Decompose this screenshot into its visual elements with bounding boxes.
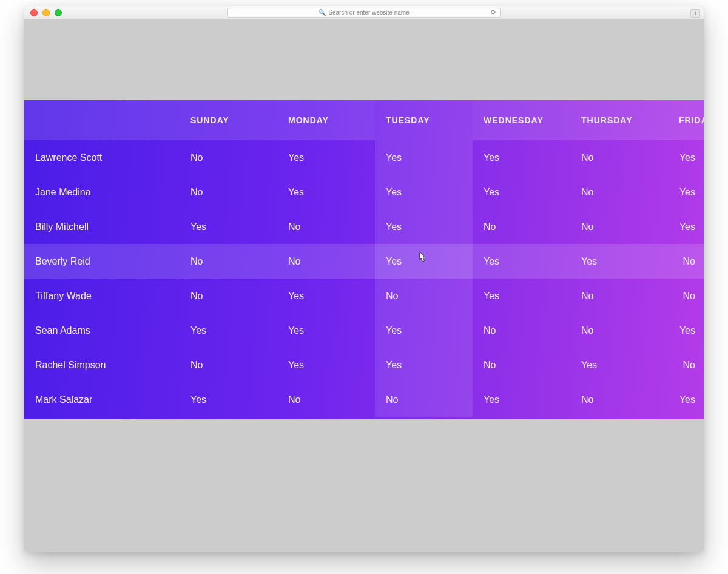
row-name-cell: Jane Medina (24, 175, 180, 209)
row-day-cell: Yes (375, 244, 473, 279)
table-header-name (24, 100, 180, 140)
new-tab-button[interactable]: + (690, 9, 700, 18)
table-header-day: MONDAY (277, 100, 375, 140)
row-day-cell: No (570, 140, 668, 175)
window-controls (30, 9, 62, 16)
row-day-cell: No (375, 382, 473, 417)
close-window-button[interactable] (30, 9, 38, 16)
row-day-cell: Yes (277, 279, 375, 313)
maximize-window-button[interactable] (55, 9, 62, 16)
row-day-cell: Yes (180, 209, 277, 244)
schedule-table-container: SUNDAYMONDAYTUESDAYWEDNESDAYTHURSDAYFRID… (24, 100, 704, 419)
row-day-cell: No (570, 279, 668, 313)
row-day-cell: Yes (277, 175, 375, 209)
row-day-cell: Yes (180, 382, 277, 417)
row-day-cell: Yes (375, 313, 473, 348)
row-day-cell: Yes (277, 348, 375, 382)
row-day-cell: Yes (375, 348, 473, 382)
row-day-cell: Yes (473, 244, 570, 279)
table-row[interactable]: Jane MedinaNoYesYesYesNoYes (24, 175, 704, 209)
browser-titlebar: 🔍 Search or enter website name ⟳ + (24, 6, 704, 19)
row-day-cell: Yes (473, 382, 570, 417)
row-day-cell: No (473, 348, 570, 382)
row-day-cell: Yes (668, 382, 704, 417)
row-day-cell: No (277, 244, 375, 279)
search-icon: 🔍 (318, 9, 326, 16)
row-day-cell: No (570, 175, 668, 209)
row-day-cell: No (473, 209, 570, 244)
row-day-cell: Yes (668, 209, 704, 244)
table-header-day: WEDNESDAY (473, 100, 570, 140)
row-day-cell: Yes (473, 175, 570, 209)
row-name-cell: Rachel Simpson (24, 348, 180, 382)
row-day-cell: Yes (375, 209, 473, 244)
address-bar[interactable]: 🔍 Search or enter website name ⟳ (228, 8, 500, 18)
table-row[interactable]: Tiffany WadeNoYesNoYesNoNo (24, 279, 704, 313)
row-day-cell: No (180, 244, 277, 279)
minimize-window-button[interactable] (42, 9, 50, 16)
row-name-cell: Lawrence Scott (24, 140, 180, 175)
row-day-cell: Yes (473, 279, 570, 313)
row-day-cell: Yes (375, 175, 473, 209)
row-name-cell: Sean Adams (24, 313, 180, 348)
table-row[interactable]: Sean AdamsYesYesYesNoNoYes (24, 313, 704, 348)
row-day-cell: No (180, 279, 277, 313)
row-day-cell: Yes (570, 348, 668, 382)
table-header-day: THURSDAY (570, 100, 668, 140)
table-row[interactable]: Beverly ReidNoNoYesYesYesNo (24, 244, 704, 279)
table-header-day: FRIDAY (668, 100, 704, 140)
row-day-cell: No (668, 348, 704, 382)
row-day-cell: Yes (277, 313, 375, 348)
row-day-cell: No (473, 313, 570, 348)
row-day-cell: No (180, 348, 277, 382)
row-day-cell: No (668, 244, 704, 279)
row-day-cell: No (277, 382, 375, 417)
table-row[interactable]: Billy MitchellYesNoYesNoNoYes (24, 209, 704, 244)
row-day-cell: Yes (570, 244, 668, 279)
browser-content: SUNDAYMONDAYTUESDAYWEDNESDAYTHURSDAYFRID… (24, 19, 704, 552)
row-day-cell: Yes (473, 140, 570, 175)
row-day-cell: No (570, 382, 668, 417)
row-name-cell: Beverly Reid (24, 244, 180, 279)
row-name-cell: Tiffany Wade (24, 279, 180, 313)
table-header-row: SUNDAYMONDAYTUESDAYWEDNESDAYTHURSDAYFRID… (24, 100, 704, 140)
table-row[interactable]: Rachel SimpsonNoYesYesNoYesNo (24, 348, 704, 382)
row-day-cell: Yes (180, 313, 277, 348)
row-day-cell: No (570, 209, 668, 244)
row-day-cell: No (570, 313, 668, 348)
row-name-cell: Mark Salazar (24, 382, 180, 417)
table-row[interactable]: Mark SalazarYesNoNoYesNoYes (24, 382, 704, 417)
row-day-cell: Yes (668, 175, 704, 209)
table-header-day: SUNDAY (180, 100, 277, 140)
address-bar-placeholder: Search or enter website name (328, 9, 409, 16)
row-day-cell: No (375, 279, 473, 313)
table-header-day: TUESDAY (375, 100, 473, 140)
row-day-cell: Yes (668, 313, 704, 348)
row-day-cell: No (180, 140, 277, 175)
row-day-cell: No (180, 175, 277, 209)
row-name-cell: Billy Mitchell (24, 209, 180, 244)
row-day-cell: Yes (277, 140, 375, 175)
row-day-cell: Yes (375, 140, 473, 175)
schedule-table: SUNDAYMONDAYTUESDAYWEDNESDAYTHURSDAYFRID… (24, 100, 704, 417)
row-day-cell: No (668, 279, 704, 313)
browser-window: 🔍 Search or enter website name ⟳ + SUNDA… (24, 6, 704, 552)
table-row[interactable]: Lawrence ScottNoYesYesYesNoYes (24, 140, 704, 175)
row-day-cell: No (277, 209, 375, 244)
refresh-icon[interactable]: ⟳ (491, 8, 496, 16)
row-day-cell: Yes (668, 140, 704, 175)
